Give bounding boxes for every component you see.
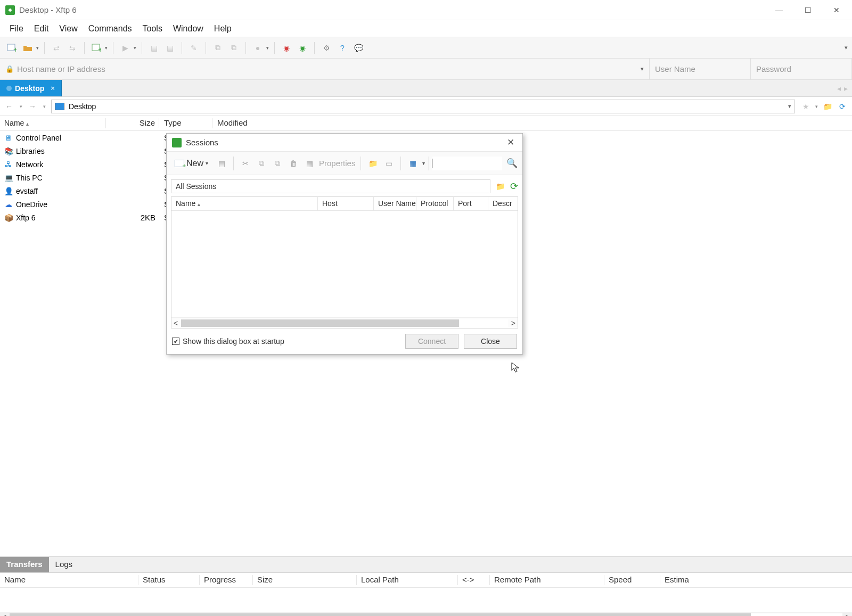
file-icon: 🖧 [4, 160, 13, 169]
maximize-button[interactable]: ☐ [801, 6, 815, 14]
svg-text:+: + [13, 45, 17, 52]
new-terminal-icon[interactable]: + [90, 42, 103, 54]
tcol-estimated[interactable]: Estima [660, 573, 852, 587]
new-session-button[interactable]: New ▾ [171, 155, 212, 171]
refresh-icon[interactable]: ⟳ [837, 102, 848, 111]
new-folder-icon[interactable]: 📁 [822, 102, 833, 111]
dialog-app-icon [172, 138, 182, 147]
nav-back[interactable]: ← [4, 102, 14, 111]
session-refresh-icon[interactable]: ⟳ [510, 180, 518, 192]
file-name: Libraries [16, 147, 45, 155]
folder-icon[interactable]: 📁 [366, 157, 379, 170]
col-name[interactable]: Name▴ [0, 116, 106, 130]
col-type[interactable]: Type [160, 116, 213, 130]
tcol-speed[interactable]: Speed [604, 573, 660, 587]
dialog-close-button[interactable]: ✕ [504, 137, 517, 148]
toolbar-overflow[interactable]: ▾ [845, 44, 848, 51]
nav-forward-dropdown[interactable]: ▾ [39, 104, 49, 109]
tcol-remotepath[interactable]: Remote Path [490, 573, 604, 587]
doc2-icon: ▤ [163, 42, 176, 54]
scol-protocol[interactable]: Protocol [416, 197, 454, 210]
tab-scroll-left[interactable]: ◂ [837, 84, 841, 93]
file-icon: 👤 [4, 187, 13, 195]
view-mode-dropdown[interactable]: ▾ [422, 160, 425, 166]
username-input[interactable] [655, 59, 745, 79]
minimize-button[interactable]: ― [772, 6, 786, 14]
tab-desktop[interactable]: Desktop × [0, 80, 62, 96]
connect-button[interactable]: Connect [405, 334, 458, 349]
menu-view[interactable]: View [59, 24, 77, 34]
nav-back-dropdown[interactable]: ▾ [16, 104, 26, 109]
scol-user[interactable]: User Name [374, 197, 416, 210]
tab-close-icon[interactable]: × [51, 84, 55, 92]
tcol-localpath[interactable]: Local Path [357, 573, 458, 587]
menu-file[interactable]: File [10, 24, 23, 34]
swirl-red-icon[interactable]: ◉ [280, 42, 293, 54]
host-dropdown[interactable]: ▾ [641, 65, 644, 72]
close-window-button[interactable]: ✕ [830, 6, 843, 14]
tab-scroll-right[interactable]: ▸ [844, 84, 848, 93]
menu-help[interactable]: Help [214, 24, 232, 34]
scol-name[interactable]: Name▴ [171, 197, 318, 210]
menu-window[interactable]: Window [173, 24, 203, 34]
session-search[interactable] [428, 157, 502, 170]
col-size[interactable]: Size [106, 116, 160, 130]
password-input[interactable] [756, 59, 846, 79]
new-terminal-dropdown[interactable]: ▾ [105, 45, 108, 51]
nav-forward[interactable]: → [28, 102, 37, 111]
open-folder-icon[interactable] [21, 42, 34, 54]
tab-strip: Desktop × ◂ ▸ [0, 80, 852, 97]
col-modified[interactable]: Modified [213, 116, 320, 130]
session-breadcrumb[interactable]: All Sessions [171, 179, 490, 193]
path-dropdown[interactable]: ▾ [788, 103, 791, 110]
tcol-name[interactable]: Name [0, 573, 138, 587]
new-dropdown[interactable]: ▾ [206, 160, 208, 166]
search-input[interactable] [432, 157, 502, 170]
lock-icon: 🔒 [5, 65, 14, 73]
properties-icon: ▦ [303, 157, 316, 170]
new-session-icon[interactable]: + [5, 42, 18, 54]
menu-tools[interactable]: Tools [143, 24, 162, 34]
open-dropdown[interactable]: ▾ [36, 45, 39, 51]
favorite-icon[interactable]: ★ [800, 102, 811, 111]
chat-icon[interactable]: 💬 [352, 42, 365, 54]
doc1-icon: ▤ [148, 42, 160, 54]
scroll-right-icon[interactable]: > [846, 613, 850, 616]
transfer-hscroll[interactable]: < > [0, 612, 852, 616]
transfers-panel: Transfers Logs Name Status Progress Size… [0, 556, 852, 616]
view-mode-icon[interactable]: ▦ [406, 157, 419, 170]
file-name: OneDrive [16, 200, 47, 209]
tcol-size[interactable]: Size [253, 573, 357, 587]
close-button[interactable]: Close [464, 334, 517, 349]
tab-logs[interactable]: Logs [49, 557, 79, 572]
menu-edit[interactable]: Edit [34, 24, 49, 34]
swirl-green-icon[interactable]: ◉ [296, 42, 309, 54]
save-icon: ▤ [215, 157, 228, 170]
scroll-left-icon[interactable]: < [2, 613, 6, 616]
host-input[interactable] [17, 59, 644, 79]
scol-port[interactable]: Port [454, 197, 488, 210]
tcol-status[interactable]: Status [138, 573, 200, 587]
scol-description[interactable]: Descr [488, 197, 518, 210]
scol-host[interactable]: Host [318, 197, 374, 210]
path-input-box[interactable]: Desktop ▾ [51, 100, 795, 113]
file-icon: 📦 [4, 213, 13, 222]
help-icon[interactable]: ? [336, 42, 349, 54]
scroll-left-icon[interactable]: < [174, 319, 178, 327]
copy-icon: ⧉ [211, 42, 224, 54]
menu-commands[interactable]: Commands [88, 24, 132, 34]
tcol-progress[interactable]: Progress [200, 573, 253, 587]
scroll-right-icon[interactable]: > [511, 319, 515, 327]
unlink-icon: ⇆ [66, 42, 79, 54]
settings-icon[interactable]: ⚙ [320, 42, 333, 54]
svg-text:+: + [98, 45, 101, 52]
file-name: This PC [16, 174, 43, 182]
tcol-direction[interactable]: <-> [458, 573, 490, 587]
session-folder-icon[interactable]: 📁 [496, 182, 505, 191]
tab-transfers[interactable]: Transfers [0, 557, 49, 572]
edit-icon: ✎ [187, 42, 200, 54]
checkbox-icon: ✔ [172, 338, 179, 345]
search-icon[interactable]: 🔍 [505, 158, 518, 169]
sessions-hscroll[interactable]: < > [171, 317, 518, 328]
show-at-startup-checkbox[interactable]: ✔ Show this dialog box at startup [172, 337, 284, 346]
